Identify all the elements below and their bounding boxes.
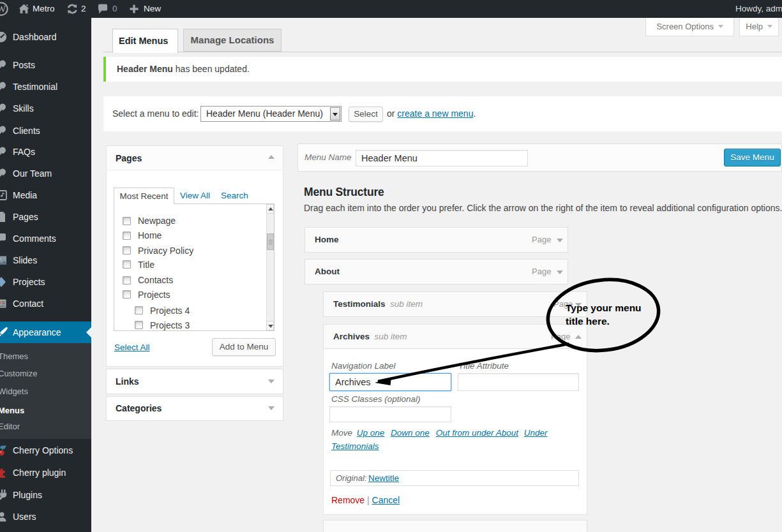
svg-text:Type your menu: Type your menu: [566, 302, 642, 313]
svg-text:title here.: title here.: [566, 316, 610, 327]
